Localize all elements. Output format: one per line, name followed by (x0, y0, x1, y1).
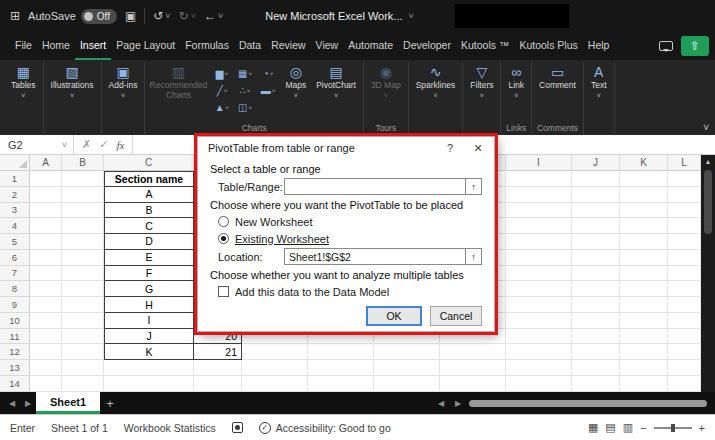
cell-C2[interactable]: A (104, 187, 194, 203)
cell-I7[interactable] (506, 266, 572, 282)
vertical-scrollbar[interactable]: ▲ (701, 155, 715, 392)
ribbon-button-link[interactable]: ∞Link˅ (504, 62, 528, 99)
autosave-toggle[interactable]: AutoSave Off (28, 9, 117, 24)
scroll-right-icon[interactable]: ▶ (452, 399, 464, 408)
cell-F12[interactable] (308, 344, 374, 360)
cell-I14[interactable] (506, 376, 572, 392)
cell-J9[interactable] (572, 297, 620, 313)
cell-C13[interactable] (104, 360, 194, 376)
ribbon-button-filters[interactable]: ▽Filters˅ (466, 62, 497, 99)
menu-tab-home[interactable]: Home (37, 32, 75, 60)
cell-E13[interactable] (242, 360, 308, 376)
zoom-slider[interactable] (654, 427, 692, 429)
cell-G14[interactable] (374, 376, 440, 392)
workbook-statistics[interactable]: Workbook Statistics (124, 422, 216, 434)
vertical-scroll-thumb[interactable] (704, 170, 712, 234)
ribbon-button-text[interactable]: AText˅ (587, 62, 611, 99)
cell-J5[interactable] (572, 234, 620, 250)
name-box[interactable]: G2 ˅ (0, 135, 74, 154)
ok-button[interactable]: OK (366, 306, 422, 326)
comments-icon[interactable] (659, 41, 673, 51)
cell-C12[interactable]: K (104, 344, 194, 360)
cell-K6[interactable] (620, 250, 668, 266)
cell-L3[interactable] (668, 203, 701, 219)
column-header-A[interactable]: A (30, 155, 62, 171)
ribbon-button-recommended-charts[interactable]: ▥Recommended Charts (148, 62, 208, 101)
row-header-6[interactable]: 6 (0, 250, 30, 266)
hierarchy-chart-icon[interactable]: ▦˅ (233, 65, 256, 82)
menu-tab-file[interactable]: File (10, 32, 37, 60)
row-header-11[interactable]: 11 (0, 329, 30, 345)
accessibility-status[interactable]: ✓ Accessibility: Good to go (259, 422, 391, 434)
sheet-count[interactable]: Sheet 1 of 1 (51, 422, 108, 434)
cell-L1[interactable] (668, 171, 701, 187)
cell-K11[interactable] (620, 329, 668, 345)
option-new-worksheet[interactable]: New Worksheet (218, 214, 482, 229)
data-model-checkbox[interactable] (218, 286, 229, 297)
cell-K14[interactable] (620, 376, 668, 392)
cell-F13[interactable] (308, 360, 374, 376)
cell-K12[interactable] (620, 344, 668, 360)
zoom-out-button[interactable]: − (640, 422, 646, 434)
cell-I9[interactable] (506, 297, 572, 313)
cell-L10[interactable] (668, 313, 701, 329)
cell-C14[interactable] (104, 376, 194, 392)
cell-A6[interactable] (30, 250, 62, 266)
table-range-input[interactable] (284, 178, 466, 195)
cell-A3[interactable] (30, 203, 62, 219)
cell-K2[interactable] (620, 187, 668, 203)
cell-E14[interactable] (242, 376, 308, 392)
option-existing-worksheet[interactable]: Existing Worksheet (218, 231, 482, 246)
cell-A8[interactable] (30, 281, 62, 297)
cell-C4[interactable]: C (104, 218, 194, 234)
cell-L6[interactable] (668, 250, 701, 266)
cell-I10[interactable] (506, 313, 572, 329)
menu-tab-kutools[interactable]: Kutools ™ (456, 32, 514, 60)
row-header-14[interactable]: 14 (0, 376, 30, 392)
macro-record-icon[interactable] (232, 422, 243, 433)
undo-icon[interactable]: ↺˅ (153, 9, 170, 23)
pie-chart-icon[interactable]: ◔˅ (256, 65, 279, 82)
cell-C9[interactable]: H (104, 297, 194, 313)
cell-H12[interactable] (440, 344, 506, 360)
cancel-button[interactable]: Cancel (430, 306, 482, 326)
insert-function-icon[interactable]: fx (116, 139, 124, 151)
cell-B11[interactable] (62, 329, 104, 345)
cell-C8[interactable]: G (104, 281, 194, 297)
cell-D14[interactable] (194, 376, 242, 392)
row-header-4[interactable]: 4 (0, 218, 30, 234)
cell-C5[interactable]: D (104, 234, 194, 250)
cell-A11[interactable] (30, 329, 62, 345)
cell-B9[interactable] (62, 297, 104, 313)
cell-A7[interactable] (30, 266, 62, 282)
select-all-corner[interactable] (0, 155, 30, 171)
page-layout-view-icon[interactable]: ▤ (605, 421, 615, 434)
ribbon-button-illustrations[interactable]: ▧Illustrations˅ (47, 62, 98, 99)
cell-I3[interactable] (506, 203, 572, 219)
cell-J1[interactable] (572, 171, 620, 187)
cell-G13[interactable] (374, 360, 440, 376)
cell-C11[interactable]: J (104, 329, 194, 345)
cell-K7[interactable] (620, 266, 668, 282)
cell-B14[interactable] (62, 376, 104, 392)
ribbon-button-comment[interactable]: ▭Comment (535, 62, 580, 91)
data-model-option[interactable]: Add this data to the Data Model (218, 284, 482, 299)
horizontal-scroll-thumb[interactable] (469, 400, 707, 407)
stock-chart-icon[interactable]: ▬˅ (256, 82, 279, 99)
column-header-I[interactable]: I (506, 155, 572, 171)
row-header-13[interactable]: 13 (0, 360, 30, 376)
cell-A2[interactable] (30, 187, 62, 203)
menu-tab-kutools-plus[interactable]: Kutools Plus (514, 32, 582, 60)
cell-B4[interactable] (62, 218, 104, 234)
cell-I1[interactable] (506, 171, 572, 187)
cell-K10[interactable] (620, 313, 668, 329)
cell-I8[interactable] (506, 281, 572, 297)
cell-A13[interactable] (30, 360, 62, 376)
cell-L12[interactable] (668, 344, 701, 360)
close-icon[interactable]: ✕ (464, 138, 492, 158)
cell-A1[interactable] (30, 171, 62, 187)
cell-J11[interactable] (572, 329, 620, 345)
radio-existing-worksheet[interactable] (218, 233, 229, 244)
cell-L13[interactable] (668, 360, 701, 376)
ribbon-button-3d-map[interactable]: ◉3D Map˅ (367, 62, 405, 99)
